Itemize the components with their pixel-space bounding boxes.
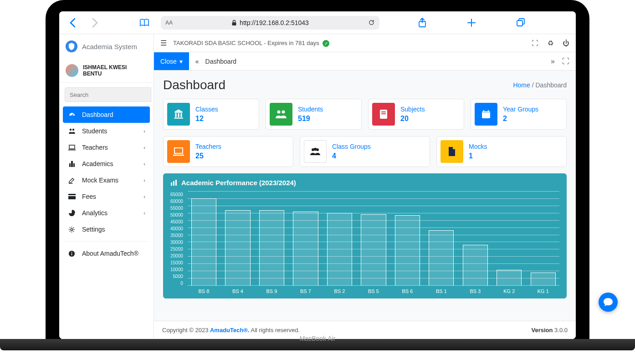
brand: Academia System — [59, 34, 154, 59]
nav-label: Fees — [82, 193, 96, 200]
card-label: Students — [298, 106, 323, 113]
reload-icon[interactable] — [368, 19, 375, 26]
svg-rect-9 — [69, 145, 75, 149]
users-icon — [270, 103, 292, 126]
chart-y-axis: 6500060000550005000045000400003500030000… — [170, 191, 185, 294]
svg-rect-25 — [381, 113, 386, 114]
breadcrumb-current: Dashboard — [536, 81, 567, 89]
gear-icon — [68, 226, 77, 233]
svg-point-8 — [72, 129, 74, 131]
back-button[interactable] — [66, 18, 79, 28]
nav-mock-exams[interactable]: Mock Exams ‹ — [63, 172, 150, 188]
card-value: 12 — [195, 115, 218, 123]
building-icon — [167, 103, 190, 126]
chat-fab[interactable] — [599, 293, 618, 312]
nav-students[interactable]: Students ‹ — [63, 123, 150, 139]
nav-fees[interactable]: Fees ‹ — [63, 188, 150, 205]
nav-analytics[interactable]: Analytics ‹ — [63, 205, 150, 221]
status-ok-icon: ✓ — [323, 40, 329, 47]
bar-chart-icon — [170, 180, 178, 186]
chart-bar — [191, 198, 216, 286]
recycle-icon[interactable]: ♻ — [548, 39, 553, 47]
pie-chart-icon — [68, 210, 77, 217]
school-name: TAKORADI SDA BASIC SCHOOL — [173, 40, 262, 46]
laptop-icon — [68, 145, 77, 151]
chart-bar — [293, 212, 318, 286]
close-button[interactable]: Close ▾ — [154, 52, 189, 70]
lock-icon — [231, 20, 237, 26]
chart-x-label: BS 1 — [429, 288, 454, 294]
nav-label: Analytics — [82, 209, 108, 217]
card-students[interactable]: Students519 — [266, 99, 362, 130]
brand-name: Academia System — [82, 43, 137, 51]
svg-rect-19 — [72, 253, 72, 255]
chart-x-label: BS 4 — [225, 288, 250, 294]
nav-label: About AmaduTech® — [82, 250, 138, 257]
svg-rect-12 — [73, 163, 75, 167]
chart-bar — [429, 230, 454, 286]
copyright-text: Copyright © 2023 — [162, 327, 210, 334]
chart-title: Academic Performance (2023/2024) — [181, 179, 296, 187]
breadcrumb: Home / Dashboard — [513, 81, 567, 89]
card-classes[interactable]: Classes12 — [163, 99, 259, 130]
home-link[interactable]: Home — [513, 81, 530, 89]
chart-x-label: BS 2 — [327, 288, 352, 294]
laptop-label: MacBook Air — [0, 335, 635, 342]
nav-dashboard[interactable]: Dashboard — [63, 106, 150, 123]
chevron-left-icon: ‹ — [143, 128, 145, 134]
nav-menu: Dashboard Students ‹ Teachers ‹ Academic… — [59, 106, 154, 262]
forward-button[interactable] — [89, 18, 102, 28]
browser-toolbar: AA http://192.168.0.2:51043 — [59, 11, 576, 34]
card-label: Mocks — [469, 143, 487, 150]
power-icon[interactable]: ⏻ — [563, 39, 569, 47]
avatar — [66, 64, 78, 77]
chart-bar — [327, 213, 352, 286]
fullscreen-icon[interactable]: ⛶ — [532, 39, 538, 47]
chart-x-label: BS 7 — [293, 288, 318, 294]
more-icon[interactable]: » — [551, 57, 555, 66]
crumb-title: Dashboard — [205, 58, 237, 65]
card-subjects[interactable]: Subjects20 — [368, 99, 464, 130]
search-input[interactable] — [65, 87, 151, 102]
svg-rect-24 — [381, 111, 386, 112]
svg-rect-2 — [517, 20, 522, 26]
svg-point-34 — [314, 148, 317, 151]
chevron-left-icon: ‹ — [143, 194, 145, 199]
user-name: ISHMAEL KWESI BENTU — [83, 64, 147, 77]
card-class-groups[interactable]: Class Groups4 — [300, 136, 430, 167]
card-year-groups[interactable]: Year Groups2 — [471, 99, 567, 130]
card-value: 25 — [195, 152, 221, 160]
svg-rect-27 — [482, 111, 490, 113]
card-value: 2 — [503, 115, 538, 123]
nav-about[interactable]: About AmaduTech® — [63, 245, 150, 262]
card-icon — [68, 194, 77, 199]
card-value: 1 — [469, 152, 487, 160]
hamburger-icon[interactable]: ☰ — [160, 39, 167, 47]
company-link[interactable]: AmaduTech®. — [210, 327, 250, 334]
address-bar[interactable]: AA http://192.168.0.2:51043 — [161, 16, 379, 30]
nav-teachers[interactable]: Teachers ‹ — [63, 139, 150, 156]
school-icon — [68, 161, 77, 167]
text-size-icon[interactable]: AA — [165, 20, 173, 26]
book-icon — [372, 103, 395, 126]
card-mocks[interactable]: Mocks1 — [436, 136, 567, 167]
card-label: Subjects — [400, 106, 425, 113]
tabs-icon[interactable] — [514, 18, 527, 27]
nav-label: Dashboard — [82, 111, 113, 118]
collapse-icon[interactable]: « — [189, 58, 205, 65]
svg-rect-0 — [232, 22, 236, 25]
user-row[interactable]: ISHMAEL KWESI BENTU — [59, 59, 154, 83]
breadcrumb-bar: Close ▾ « Dashboard » ⛶ — [154, 52, 576, 71]
new-tab-icon[interactable] — [465, 18, 478, 27]
share-icon[interactable] — [416, 18, 429, 28]
expand-icon[interactable]: ⛶ — [562, 57, 569, 66]
svg-rect-30 — [174, 148, 183, 153]
file-icon — [440, 140, 463, 163]
svg-point-17 — [71, 228, 73, 231]
card-teachers[interactable]: Teachers25 — [163, 136, 293, 167]
chart-x-label: KG 1 — [531, 288, 556, 294]
nav-settings[interactable]: Settings — [63, 221, 150, 238]
nav-academics[interactable]: Academics ‹ — [63, 156, 150, 172]
nav-label: Mock Exams — [82, 177, 118, 184]
book-icon[interactable] — [138, 18, 151, 27]
